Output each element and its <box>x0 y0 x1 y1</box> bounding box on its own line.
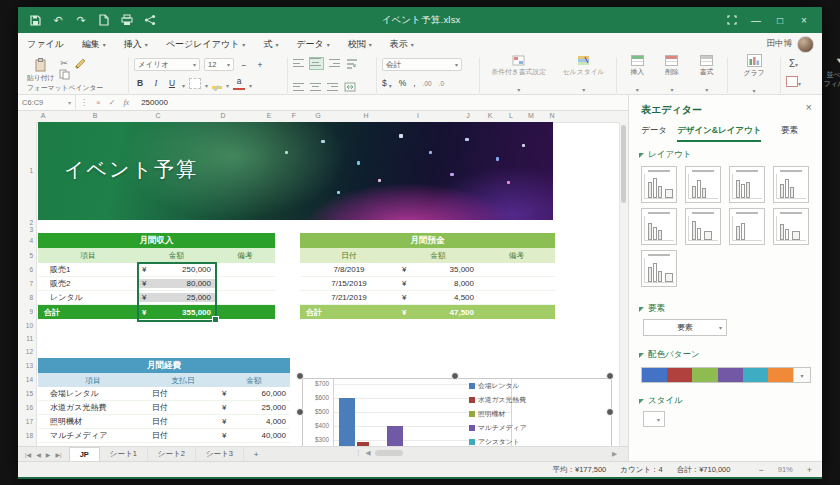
align-middle-icon[interactable] <box>310 58 323 69</box>
menu-formulas[interactable]: 式 <box>254 33 287 55</box>
wrap-text-icon[interactable] <box>346 59 358 69</box>
menu-review[interactable]: 校閲 <box>339 33 381 55</box>
minimize-button[interactable]: — <box>746 12 766 28</box>
layout-thumbnail-5[interactable] <box>641 208 677 245</box>
chart-handle-mid-right[interactable] <box>606 408 614 416</box>
panel-close-icon[interactable]: × <box>806 101 812 113</box>
horizontal-scrollbar[interactable]: ⋮ ◀ <box>355 449 403 457</box>
number-format-dropdown[interactable]: 会計 <box>382 58 462 71</box>
scroll-right-icon[interactable]: ▶ <box>612 450 617 458</box>
income-row[interactable]: 販売1 ¥250,000 <box>38 263 275 277</box>
income-table[interactable]: 月間収入 項目 金額 備考 販売1 ¥250,000 販売2 ¥80,000 レ… <box>38 233 275 319</box>
chart-handle-top-right[interactable] <box>606 372 614 380</box>
expenses-table[interactable]: 月間経費 項目 支払日 金額 会場レンタル 日付 ¥60,000 水道ガス光熱費… <box>38 358 290 443</box>
row-headers[interactable]: 1 2 3 4 5 6 7 8 9 10 11 12 13 14 15 16 1… <box>18 122 37 446</box>
menu-view[interactable]: 表示 <box>381 33 423 55</box>
elements-dropdown[interactable]: 要素 <box>643 319 727 336</box>
merge-cells-icon[interactable] <box>344 82 356 92</box>
income-row[interactable]: 販売2 ¥80,000 <box>38 277 275 291</box>
fill-handle[interactable] <box>212 316 219 323</box>
header-image[interactable]: イベント予算 <box>38 122 553 220</box>
worksheet[interactable]: A B C D E F G H I J K L M N 1 2 3 4 5 6 … <box>18 111 628 446</box>
autosum-button[interactable]: Σ <box>789 58 798 69</box>
horizontal-scrollbar-thumb[interactable] <box>375 450 403 456</box>
increase-decimal-button[interactable]: .00 <box>423 80 432 87</box>
font-name-dropdown[interactable]: メイリオ <box>134 58 200 71</box>
chart-handle-top-left[interactable] <box>296 372 304 380</box>
italic-button[interactable]: I <box>150 78 162 88</box>
paste-button[interactable]: 貼り付け <box>27 58 55 83</box>
copy-icon[interactable] <box>59 69 70 80</box>
vertical-scrollbar[interactable] <box>619 122 628 446</box>
share-icon[interactable] <box>143 13 157 27</box>
scroll-left-icon[interactable]: ◀ <box>366 449 371 457</box>
chart-button[interactable]: グラフ <box>744 54 765 97</box>
deposits-total-row[interactable]: 合計 ¥47,500 <box>300 305 555 319</box>
confirm-entry-icon[interactable]: ✓ <box>105 98 120 107</box>
fullscreen-icon[interactable] <box>722 12 742 28</box>
cut-icon[interactable]: ✂ <box>60 58 68 68</box>
first-sheet-icon[interactable]: |◀ <box>25 451 31 458</box>
deposits-row[interactable]: 7/15/2019 ¥8,000 <box>300 277 555 291</box>
chart-handle-mid-left[interactable] <box>296 408 304 416</box>
delete-cells-button[interactable]: 削除 <box>665 55 679 96</box>
prev-sheet-icon[interactable]: ◀ <box>36 451 41 458</box>
deposits-table[interactable]: 月間預金 日付 金額 備考 7/8/2019 ¥35,000 7/15/2019… <box>300 233 555 319</box>
menu-page-layout[interactable]: ページレイアウト <box>157 33 255 55</box>
layout-thumbnail-8[interactable] <box>773 208 809 245</box>
menu-edit[interactable]: 編集 <box>73 33 115 55</box>
decrease-decimal-button[interactable]: .0 <box>439 80 444 87</box>
sheet-tab-jp[interactable]: JP <box>69 447 100 461</box>
next-sheet-icon[interactable]: ▶ <box>46 451 51 458</box>
layout-thumbnail-4[interactable] <box>773 166 809 203</box>
layout-thumbnail-6[interactable] <box>685 208 721 245</box>
close-button[interactable]: × <box>794 12 814 28</box>
format-painter-button[interactable] <box>74 58 87 70</box>
font-grow-button[interactable]: + <box>254 60 266 70</box>
add-sheet-button[interactable]: + <box>244 447 268 461</box>
highlight-color-button[interactable] <box>212 77 222 89</box>
layout-thumbnail-9[interactable] <box>641 250 677 287</box>
panel-tab-elements[interactable]: 要素 <box>781 125 798 137</box>
maximize-button[interactable]: □ <box>770 12 790 28</box>
layout-section-header[interactable]: レイアウト <box>639 149 692 161</box>
elements-section-header[interactable]: 要素 <box>639 303 665 315</box>
embedded-chart[interactable]: $700 $600 $500 $400 $300 会場レンタル 水道ガス光熱費 … <box>302 378 612 446</box>
deposits-row[interactable]: 7/21/2019 ¥4,500 <box>300 291 555 305</box>
align-right-icon[interactable] <box>327 83 338 92</box>
expenses-row[interactable]: マルチメディア 日付 ¥40,000 <box>38 429 290 443</box>
align-bottom-icon[interactable] <box>329 59 340 68</box>
format-cells-button[interactable]: 書式 <box>700 55 714 96</box>
cancel-entry-icon[interactable]: × <box>92 98 105 107</box>
menu-file[interactable]: ファイル <box>18 33 73 55</box>
vertical-scrollbar-thumb[interactable] <box>621 125 626 203</box>
color-pattern-dropdown-icon[interactable]: ▾ <box>793 368 810 382</box>
insert-cells-button[interactable]: 挿入 <box>631 55 645 96</box>
sort-filter-button[interactable]: 並べ替え& フィルター <box>824 58 840 89</box>
align-left-icon[interactable] <box>293 83 304 92</box>
sheet-tab-1[interactable]: シート1 <box>100 447 148 461</box>
currency-format-button[interactable]: $ <box>382 78 387 88</box>
layout-thumbnail-3[interactable] <box>729 166 765 203</box>
redo-icon[interactable]: ↷ <box>74 13 88 27</box>
panel-tab-design-layout[interactable]: デザイン&レイアウト <box>677 125 761 142</box>
expenses-row[interactable]: 照明機材 日付 ¥4,000 <box>38 415 290 429</box>
chart-handle-top-center[interactable] <box>451 372 459 380</box>
style-section-header[interactable]: スタイル <box>639 395 683 407</box>
font-shrink-button[interactable]: − <box>238 60 250 70</box>
zoom-in-button[interactable]: + <box>807 465 812 475</box>
comma-format-button[interactable]: , <box>413 78 415 88</box>
borders-button[interactable] <box>189 78 201 89</box>
color-pattern-section-header[interactable]: 配色パターン <box>639 349 700 361</box>
menu-data[interactable]: データ <box>287 33 338 55</box>
layout-thumbnail-7[interactable] <box>729 208 765 245</box>
expenses-row[interactable]: 水道ガス光熱費 日付 ¥25,000 <box>38 401 290 415</box>
layout-thumbnail-1[interactable] <box>641 166 677 203</box>
name-box[interactable]: C6:C9 <box>18 95 76 111</box>
income-row[interactable]: レンタル ¥25,000 <box>38 291 275 305</box>
layout-thumbnail-2[interactable] <box>685 166 721 203</box>
user-chip[interactable]: 田中博 <box>767 36 823 53</box>
style-dropdown[interactable] <box>643 411 665 427</box>
undo-icon[interactable]: ↶ <box>51 13 65 27</box>
font-color-button[interactable]: a <box>233 77 245 90</box>
